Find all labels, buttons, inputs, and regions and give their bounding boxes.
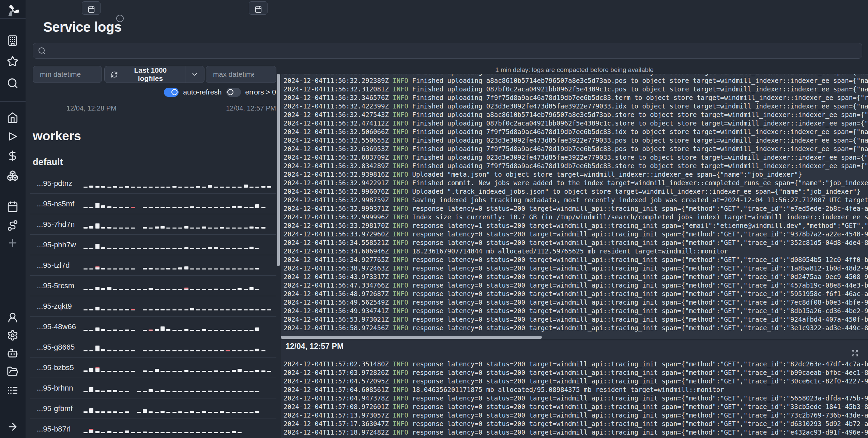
building-icon[interactable] (7, 35, 18, 46)
activity-bar (107, 350, 111, 351)
service-logs-page: Service logs Last 1000 logfiles (0, 0, 868, 438)
horizontal-scrollbar[interactable] (281, 336, 542, 339)
activity-bar (172, 309, 177, 310)
activity-bar (249, 350, 254, 351)
worker-row[interactable]: ...95-phh7w (30, 235, 276, 255)
log-line: 2024-12-04T11:57:18.972482Z INFO respons… (284, 428, 868, 437)
activity-bar (113, 432, 117, 433)
worker-row[interactable]: ...95-tzl7d (30, 255, 276, 276)
max-datetime-input[interactable] (212, 67, 255, 82)
boxes-icon[interactable] (7, 170, 18, 181)
log-timestamp: 2024-12-04T11:56:32.346576Z (284, 94, 393, 101)
activity-bar (119, 371, 123, 372)
worker-row[interactable]: ...95-pdtnz (30, 173, 276, 194)
home-icon[interactable] (7, 112, 18, 123)
log-pane-archive[interactable]: 12/04, 12:57 PM 2024-12-04T11:57:02.3514… (281, 340, 868, 438)
play-icon[interactable] (7, 131, 18, 142)
activity-bar (161, 326, 165, 331)
calendar-icon (251, 5, 265, 13)
activity-bar (107, 390, 111, 392)
worker-activity-chart (83, 384, 274, 392)
activity-bar (226, 228, 230, 229)
activity-bar (166, 228, 170, 229)
min-datetime-calendar-button[interactable] (82, 1, 101, 15)
log-message: response latency=0 status=200 target=win… (408, 273, 868, 280)
errors-filter-toggle[interactable] (226, 88, 241, 97)
logfiles-button[interactable]: Last 1000 logfiles (105, 66, 185, 83)
star-icon[interactable] (7, 56, 18, 67)
activity-bar (161, 289, 165, 290)
worker-row[interactable]: ...95-brhnn (30, 378, 276, 398)
left-panel-scrollbar[interactable] (277, 74, 280, 266)
search-icon[interactable] (7, 77, 18, 89)
folder-icon[interactable] (7, 366, 18, 377)
activity-bar (119, 228, 123, 229)
gear-icon[interactable] (7, 330, 18, 341)
worker-row[interactable]: ...95-bzbs5 (30, 357, 276, 378)
expand-icon[interactable] (851, 350, 858, 357)
activity-bar (155, 207, 159, 208)
worker-row[interactable]: ...95-g8665 (30, 337, 276, 357)
activity-bar (89, 330, 93, 331)
activity-bar (232, 206, 236, 208)
activity-bar (101, 371, 105, 372)
bot-icon[interactable] (7, 347, 18, 359)
calendar-icon[interactable] (7, 201, 18, 213)
log-level: INFO (393, 179, 408, 187)
activity-bar (89, 289, 93, 290)
worker-name: ...95-bzbs5 (37, 363, 74, 372)
log-message: Finished uploading a8ac8610b5714eb796507… (408, 74, 868, 76)
info-icon[interactable] (116, 14, 124, 23)
max-datetime-calendar-button[interactable] (249, 1, 268, 15)
arrow-right-icon[interactable] (7, 421, 18, 433)
auto-refresh-toggle[interactable] (164, 88, 179, 97)
logfiles-dropdown-button[interactable] (185, 66, 204, 83)
activity-bar (83, 350, 88, 351)
log-message: 18.046356201171875 mb allocated/95.08984… (408, 386, 724, 393)
log-pane-current[interactable]: 2024-12-04T11:56:32.271114Z INFO Finishe… (281, 74, 868, 339)
activity-bar (166, 289, 170, 290)
route-icon[interactable] (7, 220, 18, 231)
activity-bar (226, 289, 230, 290)
worker-row[interactable]: ...95-7hd7n (30, 214, 276, 235)
activity-bar (267, 371, 271, 372)
log-timestamp: 2024-12-04T11:56:34.606946Z (284, 247, 393, 255)
activity-bar (220, 309, 224, 310)
log-line: 2024-12-04T11:57:04.947378Z INFO respons… (284, 394, 868, 403)
log-timestamp: 2024-12-04T11:56:43.973317Z (284, 273, 393, 280)
windmill-logo-icon[interactable] (6, 3, 19, 17)
worker-activity-chart (83, 364, 274, 372)
logs-icon[interactable] (7, 384, 18, 396)
worker-row[interactable]: ...95-gfbmf (30, 398, 276, 419)
activity-bar (190, 206, 194, 208)
sidebar-divider (0, 101, 26, 102)
activity-bar (178, 207, 182, 208)
activity-bar (125, 207, 129, 208)
activity-bar (208, 391, 212, 392)
activity-bar-error (89, 429, 93, 433)
worker-row[interactable]: ...95-b87rl (30, 419, 276, 438)
dollar-icon[interactable] (7, 150, 18, 162)
activity-bar (226, 391, 230, 392)
activity-bar (178, 267, 182, 269)
user-icon[interactable] (7, 312, 18, 323)
activity-bar (161, 411, 165, 413)
activity-bar (220, 268, 224, 269)
activity-bar (125, 391, 129, 392)
activity-bar (101, 268, 105, 269)
activity-bar (255, 289, 259, 290)
log-line: 2024-12-04T11:56:38.972463Z INFO respons… (284, 264, 868, 273)
worker-row[interactable]: ...95-zqkt9 (30, 296, 276, 317)
plus-icon[interactable] (7, 237, 18, 249)
min-datetime-input[interactable] (39, 67, 81, 82)
activity-bar (172, 330, 177, 331)
activity-bar (190, 289, 194, 290)
log-line: 2024-12-04T11:56:49.562549Z INFO respons… (284, 298, 868, 307)
worker-name: ...95-pdtnz (37, 179, 72, 188)
activity-bar (178, 350, 182, 351)
log-message: response latency=0 status=200 target=win… (408, 411, 868, 419)
worker-row[interactable]: ...95-5rcsm (30, 276, 276, 296)
worker-row[interactable]: ...95-ns5mf (30, 194, 276, 214)
worker-row[interactable]: ...95-48w66 (30, 317, 276, 337)
search-input[interactable] (49, 44, 858, 58)
